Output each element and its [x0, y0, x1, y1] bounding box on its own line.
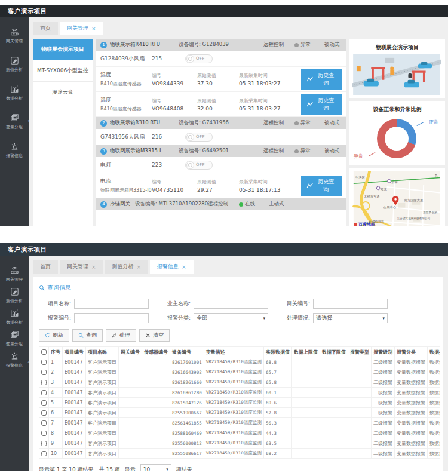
tab-close-icon[interactable]: × — [91, 26, 96, 32]
alarm-category-select[interactable]: 全部▾ — [194, 313, 268, 323]
table-row: 4E00147客户演示项目82616961280VR2718459/R310温度… — [39, 388, 441, 398]
gateway-icon — [10, 265, 20, 275]
history-query-button[interactable]: 历史查询 — [301, 176, 342, 196]
remote-control-link[interactable]: 远程控制 — [208, 201, 239, 208]
sidebar-item-alarm[interactable]: 报警信息 — [6, 351, 23, 368]
device-section-header: 1物联展示箱R410 RTU设备编号: G1284039远程控制异常被动式 — [96, 39, 346, 51]
power-toggle[interactable]: OFF — [185, 161, 213, 170]
sidebar-item-data[interactable]: 数据分析 — [6, 84, 23, 102]
form-label: 报警编号: — [39, 314, 71, 322]
handle-button[interactable]: 处理 — [106, 329, 136, 342]
row-select-cell — [39, 428, 49, 438]
sidebar-item-alarm[interactable]: 报警信息 — [6, 142, 23, 159]
raw-value: 37.30 — [197, 81, 239, 87]
collapse-handle[interactable]: ‹ — [27, 118, 30, 124]
select-all-checkbox[interactable] — [41, 349, 47, 355]
donut-leader-normal — [417, 122, 424, 126]
select-value: 全部 — [197, 314, 207, 322]
project-list: 物联展会演示项目MT-SYX006小型监控漫途云盒 — [33, 39, 93, 226]
project-name-input[interactable] — [74, 299, 149, 309]
table-cell — [142, 449, 170, 459]
tab-close-icon[interactable]: × — [182, 264, 186, 270]
device-name: G7431956大风扇 — [100, 133, 152, 141]
table-cell: 客户演示项目 — [86, 408, 119, 418]
clear-button[interactable]: 清空 — [139, 329, 170, 342]
row-checkbox[interactable] — [41, 400, 47, 406]
table-cell: 57.8 — [263, 408, 291, 418]
tab-home[interactable]: 首页 — [33, 260, 58, 274]
column-header: 数据异常说明 — [427, 347, 440, 357]
table-cell — [348, 438, 371, 449]
remote-control-link[interactable]: 远程控制 — [263, 148, 294, 155]
form-field-gateway-no: 网关编号: — [278, 299, 388, 309]
row-checkbox[interactable] — [41, 380, 47, 385]
project-list-item[interactable]: MT-SYX006小型监控 — [33, 60, 93, 82]
table-cell — [320, 388, 348, 398]
tab-measure[interactable]: 测值分析× — [105, 260, 149, 274]
table-cell: 65.8 — [263, 377, 291, 388]
history-query-button[interactable]: 历史查询 — [301, 69, 342, 90]
row-select-cell — [39, 438, 49, 449]
tab-alarm[interactable]: 报警信息× — [150, 260, 194, 274]
row-checkbox[interactable] — [41, 360, 47, 365]
sidebar-item-label: 测值分析 — [6, 67, 23, 73]
sidebar-item-variable[interactable]: 变量分组 — [6, 330, 23, 347]
table-cell — [348, 367, 371, 377]
table-cell: 二级报警 — [371, 367, 394, 377]
row-checkbox[interactable] — [41, 420, 47, 426]
tab-gateway[interactable]: 网关管理× — [60, 22, 103, 35]
handle-status-select[interactable]: 请选择▾ — [313, 313, 388, 323]
sidebar-item-data[interactable]: 数据分析 — [6, 308, 23, 325]
row-checkbox[interactable] — [41, 370, 47, 375]
table-row: 5E00147客户演示项目82615047126VR2718459/R310温度… — [39, 398, 441, 408]
tab-close-icon[interactable]: × — [137, 264, 142, 270]
row-checkbox[interactable] — [41, 390, 47, 395]
project-list-item[interactable]: 物联展会演示项目 — [33, 39, 93, 60]
baidu-map[interactable]: 生活馆云林通龙天福东互通南方国际大厦会展中心江苏远大机械科技有限公司纺织经济工业… — [352, 171, 441, 226]
alarm-no-input[interactable] — [74, 313, 149, 323]
query-info-link[interactable]: 查询信息 — [39, 284, 71, 292]
power-toggle[interactable]: OFF — [185, 54, 213, 63]
tab-home[interactable]: 首页 — [33, 22, 58, 35]
history-query-button[interactable]: 历史查询 — [301, 94, 342, 115]
table-cell: 数据触发二级报警 — [427, 449, 440, 459]
row-checkbox[interactable] — [41, 431, 47, 436]
table-cell: 二级报警 — [371, 428, 394, 438]
sidebar-item-variable[interactable]: 变量分组 — [6, 113, 23, 130]
query-button[interactable]: 查询 — [72, 329, 103, 342]
remote-control-link[interactable]: 远程控制 — [263, 41, 294, 48]
pencil-icon — [112, 333, 117, 338]
collect-time: 05-31 18:17:13 — [239, 187, 301, 193]
baidu-logo: 百度地图 — [354, 222, 375, 226]
button-label: 查询 — [86, 331, 97, 339]
sidebar-item-gateway[interactable]: 网关管理 — [6, 27, 23, 44]
row-checkbox[interactable] — [41, 451, 47, 456]
project-list-item[interactable]: 漫途云盒 — [33, 82, 93, 103]
sidebar-item-gateway[interactable]: 网关管理 — [6, 265, 23, 282]
tab-close-icon[interactable]: × — [91, 264, 96, 270]
table-cell: 变量数据报警 — [394, 398, 427, 408]
table-cell: VR2718459/R310温度监测 — [204, 438, 263, 449]
table-row: 2E00147客户演示项目82616643902VR2718459/R310温度… — [39, 367, 441, 377]
sidebar-item-measure[interactable]: 测值分析 — [6, 56, 23, 73]
remote-control-link[interactable]: 远程控制 — [263, 119, 294, 127]
raw-value-label: 原始测值 — [197, 97, 239, 104]
row-checkbox[interactable] — [41, 441, 47, 446]
sidebar-item-measure[interactable]: 测值分析 — [6, 287, 23, 304]
page-size-select[interactable]: 10 ▾ — [140, 464, 171, 471]
table-cell — [119, 377, 142, 388]
table-cell: 8 — [49, 428, 63, 438]
collect-time-label: 最新采集时间 — [239, 97, 301, 104]
collapse-handle[interactable]: ‹ — [27, 359, 30, 365]
section-mode: 被动式 — [324, 119, 342, 127]
owner-name-input[interactable] — [194, 299, 268, 309]
row-checkbox[interactable] — [41, 410, 47, 416]
gateway-no-input[interactable] — [313, 299, 388, 309]
data-icon — [10, 84, 20, 94]
tab-gateway[interactable]: 网关管理× — [60, 260, 103, 274]
alarm-panel: 查询信息 项目名称:业主名称:网关编号:报警编号:报警分类:全部▾处理情况:请选… — [33, 277, 443, 471]
section-status: 异常 — [294, 148, 324, 155]
refresh-button[interactable]: 刷新 — [39, 329, 69, 342]
donut-chart: 正常 异常 — [352, 116, 441, 162]
power-toggle[interactable]: OFF — [185, 133, 213, 142]
